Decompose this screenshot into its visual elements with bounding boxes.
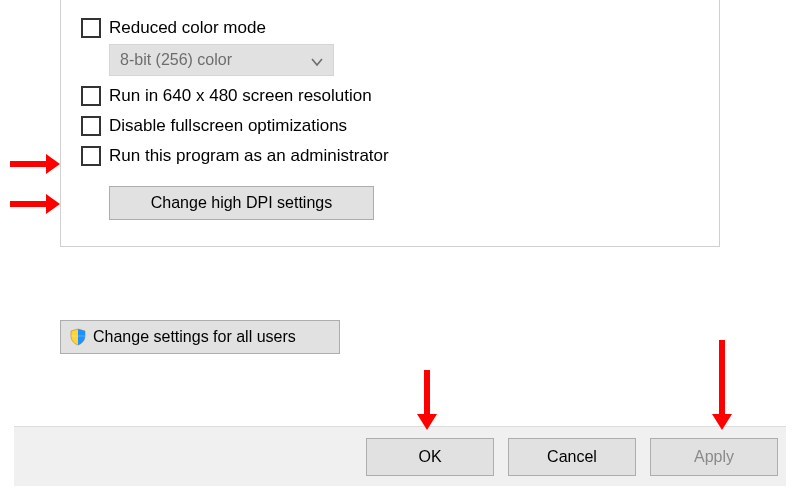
annotation-arrow-right-1 [10, 152, 60, 176]
svg-marker-1 [46, 154, 60, 174]
color-depth-value: 8-bit (256) color [120, 51, 232, 69]
annotation-arrow-right-2 [10, 192, 60, 216]
run-as-admin-row: Run this program as an administrator [81, 146, 699, 166]
ok-button[interactable]: OK [366, 438, 494, 476]
annotation-arrow-down-ok [415, 370, 439, 430]
disable-fullscreen-row: Disable fullscreen optimizations [81, 116, 699, 136]
apply-label: Apply [694, 448, 734, 466]
disable-fullscreen-label: Disable fullscreen optimizations [109, 116, 347, 136]
apply-button[interactable]: Apply [650, 438, 778, 476]
ok-label: OK [418, 448, 441, 466]
all-users-wrap: Change settings for all users [60, 320, 340, 354]
svg-marker-3 [46, 194, 60, 214]
cancel-label: Cancel [547, 448, 597, 466]
color-depth-dropdown[interactable]: 8-bit (256) color [109, 44, 334, 76]
annotation-arrow-down-apply [710, 340, 734, 430]
dialog-button-bar: OK Cancel Apply [14, 426, 786, 486]
reduced-color-label: Reduced color mode [109, 18, 266, 38]
change-all-users-button[interactable]: Change settings for all users [60, 320, 340, 354]
shield-icon [69, 328, 87, 346]
run-640-row: Run in 640 x 480 screen resolution [81, 86, 699, 106]
change-all-users-label: Change settings for all users [93, 328, 296, 346]
change-dpi-button[interactable]: Change high DPI settings [109, 186, 374, 220]
compatibility-group: Reduced color mode 8-bit (256) color Run… [60, 0, 720, 247]
reduced-color-checkbox[interactable] [81, 18, 101, 38]
run-as-admin-label: Run this program as an administrator [109, 146, 389, 166]
cancel-button[interactable]: Cancel [508, 438, 636, 476]
change-dpi-label: Change high DPI settings [151, 194, 332, 212]
run-as-admin-checkbox[interactable] [81, 146, 101, 166]
run-640-checkbox[interactable] [81, 86, 101, 106]
chevron-down-icon [311, 54, 323, 66]
reduced-color-row: Reduced color mode [81, 18, 699, 38]
run-640-label: Run in 640 x 480 screen resolution [109, 86, 372, 106]
disable-fullscreen-checkbox[interactable] [81, 116, 101, 136]
